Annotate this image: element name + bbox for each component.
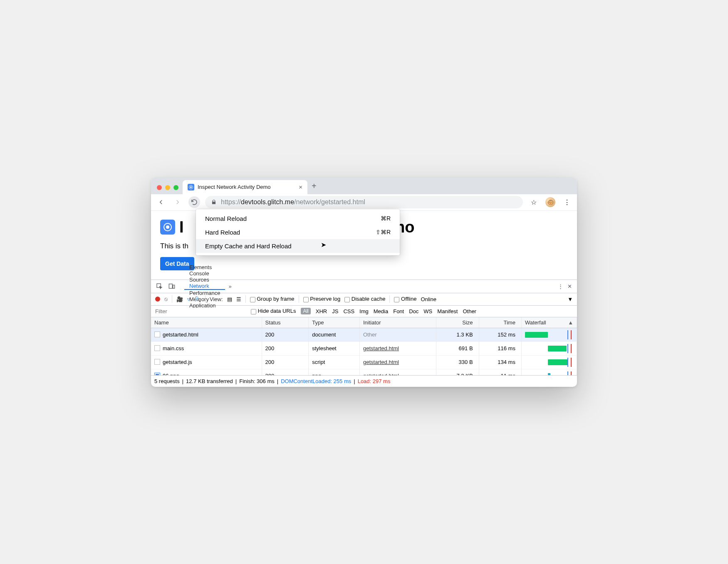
status-requests: 5 requests (154, 378, 180, 384)
filter-type-media[interactable]: Media (374, 308, 388, 314)
network-filter-bar: Hide data URLs All XHRJSCSSImgMediaFontD… (151, 306, 577, 317)
clear-icon[interactable]: ⦸ (164, 296, 168, 302)
tab-strip: Inspect Network Activity Demo × + (151, 178, 577, 194)
initiator-link[interactable]: getstarted.html (363, 359, 399, 365)
column-header-waterfall[interactable]: Waterfall▲ (521, 317, 577, 328)
device-toolbar-icon[interactable] (166, 283, 178, 289)
status-domcontentloaded: DOMContentLoaded: 255 ms (281, 378, 351, 384)
close-tab-icon[interactable]: × (299, 183, 302, 190)
filter-type-img[interactable]: Img (359, 308, 369, 314)
svg-rect-5 (169, 284, 172, 289)
waterfall-cell (525, 344, 573, 353)
new-tab-button[interactable]: + (312, 181, 317, 191)
back-button[interactable] (155, 196, 167, 208)
window-controls (154, 185, 183, 194)
record-button[interactable] (155, 297, 160, 302)
svg-point-1 (190, 186, 192, 188)
menu-item-empty-cache-hard-reload[interactable]: Empty Cache and Hard Reload ➤ (196, 239, 400, 253)
forward-button[interactable] (172, 196, 183, 208)
table-row[interactable]: main.css200stylesheetgetstarted.html691 … (151, 341, 577, 355)
filter-type-manifest[interactable]: Manifest (437, 308, 458, 314)
menu-item-hard-reload[interactable]: Hard Reload ⇧⌘R (196, 225, 400, 239)
status-load: Load: 297 ms (358, 378, 391, 384)
close-window-button[interactable] (157, 185, 162, 190)
menu-item-label: Hard Reload (205, 229, 240, 236)
devtools-settings-kebab-icon[interactable]: ⋮ (558, 283, 563, 289)
filter-type-doc[interactable]: Doc (409, 308, 418, 314)
reload-button[interactable] (188, 196, 200, 208)
preserve-log-checkbox[interactable]: Preserve log (303, 296, 341, 302)
address-bar[interactable]: https://devtools.glitch.me/network/getst… (205, 196, 523, 208)
throttling-select[interactable]: Online (421, 296, 436, 302)
devtools-tabs-overflow-icon[interactable]: » (226, 283, 234, 289)
filter-all-pill[interactable]: All (301, 308, 310, 314)
filter-type-xhr[interactable]: XHR (316, 308, 327, 314)
maximize-window-button[interactable] (173, 185, 178, 190)
devtools-tab-network[interactable]: Network (184, 283, 225, 290)
lock-icon (211, 199, 217, 205)
status-transferred: 12.7 KB transferred (186, 378, 233, 384)
column-header-name[interactable]: Name (151, 317, 262, 328)
table-row[interactable]: getstarted.js200scriptgetstarted.html330… (151, 355, 577, 369)
disable-cache-checkbox[interactable]: Disable cache (344, 296, 385, 302)
table-row[interactable]: getstarted.html200documentOther1.3 KB152… (151, 328, 577, 341)
filter-type-js[interactable]: JS (332, 308, 338, 314)
offline-checkbox[interactable]: Offline (394, 296, 416, 302)
devtools-tab-elements[interactable]: Elements (184, 264, 225, 270)
network-status-bar: 5 requests | 12.7 KB transferred | Finis… (151, 376, 577, 387)
filter-input[interactable] (154, 308, 246, 315)
tab-title: Inspect Network Activity Demo (198, 184, 271, 190)
menu-item-label: Normal Reload (205, 215, 247, 222)
url-text: https://devtools.glitch.me/network/getst… (221, 198, 365, 206)
menu-item-shortcut: ⇧⌘R (376, 229, 391, 235)
menu-item-label: Empty Cache and Hard Reload (205, 242, 292, 250)
filter-type-css[interactable]: CSS (343, 308, 354, 314)
reload-context-menu: Normal Reload ⌘R Hard Reload ⇧⌘R Empty C… (196, 209, 400, 255)
browser-toolbar: https://devtools.glitch.me/network/getst… (151, 194, 577, 211)
devtools-tab-sources[interactable]: Sources (184, 277, 225, 283)
hide-data-urls-checkbox[interactable]: Hide data URLs (251, 308, 296, 314)
bookmark-star-icon[interactable]: ☆ (528, 196, 540, 208)
search-icon[interactable]: 🔍 (194, 296, 201, 302)
tab-favicon-icon (188, 184, 194, 190)
devtools-close-icon[interactable]: ✕ (567, 283, 572, 289)
menu-item-shortcut: ⌘R (381, 215, 391, 222)
browser-tab[interactable]: Inspect Network Activity Demo × (183, 180, 307, 194)
group-by-frame-checkbox[interactable]: Group by frame (250, 296, 295, 302)
waterfall-cell (525, 358, 573, 367)
network-toolbar-chevron-down-icon[interactable]: ▼ (567, 296, 573, 302)
file-icon (154, 331, 160, 337)
profile-avatar[interactable]: 🐵 (545, 196, 556, 208)
inspect-element-icon[interactable] (154, 283, 165, 289)
initiator-link[interactable]: getstarted.html (363, 345, 399, 351)
svg-rect-6 (173, 285, 175, 288)
filter-type-other[interactable]: Other (463, 308, 476, 314)
devtools-tab-console[interactable]: Console (184, 270, 225, 277)
waterfall-cell (525, 371, 573, 376)
filter-type-ws[interactable]: WS (423, 308, 432, 314)
filter-funnel-icon[interactable]: ▿ (187, 296, 190, 302)
devtools-tabs: ElementsConsoleSourcesNetworkPerformance… (151, 280, 577, 293)
status-finish: Finish: 306 ms (239, 378, 275, 384)
menu-item-normal-reload[interactable]: Normal Reload ⌘R (196, 212, 400, 225)
camera-icon[interactable]: 🎥 (176, 296, 183, 302)
file-icon (154, 359, 160, 365)
column-header-time[interactable]: Time (479, 317, 521, 328)
browser-window: Inspect Network Activity Demo × + https:… (151, 178, 577, 387)
column-header-type[interactable]: Type (309, 317, 360, 328)
column-header-status[interactable]: Status (262, 317, 309, 328)
waterfall-cell (525, 330, 573, 339)
network-table: NameStatusTypeInitiatorSizeTimeWaterfall… (151, 317, 577, 376)
table-row[interactable]: 96.png200pnggetstarted.html7.3 KB11 ms (151, 369, 577, 376)
view-list-icon[interactable]: ▤ (227, 296, 232, 302)
mouse-cursor-icon: ➤ (321, 241, 326, 249)
view-large-icon[interactable]: ☰ (236, 296, 241, 302)
minimize-window-button[interactable] (165, 185, 170, 190)
column-header-initiator[interactable]: Initiator (360, 317, 436, 328)
filter-type-font[interactable]: Font (393, 308, 404, 314)
page-heading-icon (160, 220, 175, 235)
menu-kebab-icon[interactable]: ⋮ (561, 196, 573, 208)
column-header-size[interactable]: Size (436, 317, 479, 328)
devtools-panel: ElementsConsoleSourcesNetworkPerformance… (151, 280, 577, 387)
svg-point-3 (166, 225, 169, 229)
